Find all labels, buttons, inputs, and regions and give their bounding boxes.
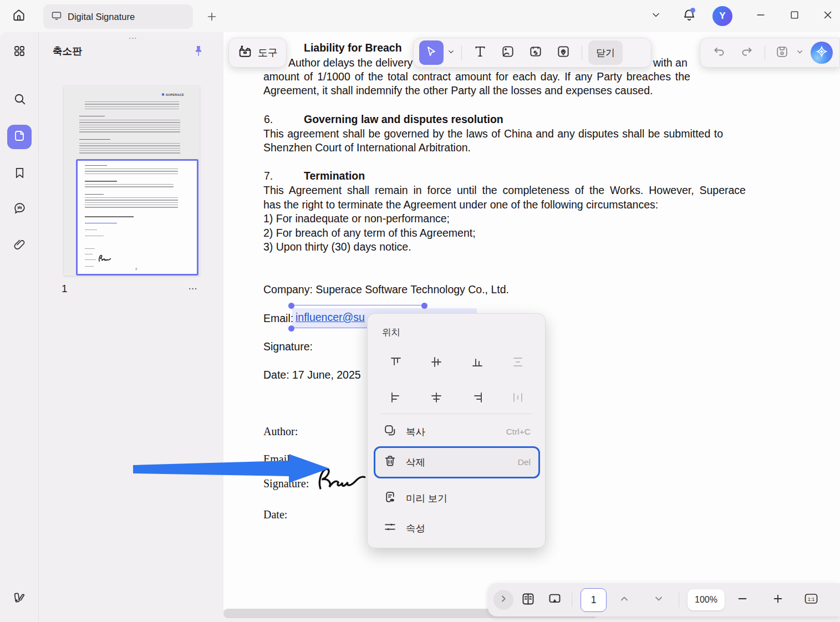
sidebar-item-search[interactable] xyxy=(7,88,32,112)
document-tab[interactable]: Digital Signature xyxy=(43,4,193,29)
thumbnail-paragraph xyxy=(85,169,178,176)
thumbnail-paragraph xyxy=(85,197,178,210)
svg-text:1:1: 1:1 xyxy=(808,596,815,602)
save-button[interactable] xyxy=(771,40,792,65)
link-tool-button[interactable] xyxy=(523,40,548,65)
doc-sec7-item1: 1) For inadequate or non-performance; xyxy=(263,212,450,226)
toolbar-divider xyxy=(582,45,582,60)
image-tool-button[interactable] xyxy=(496,40,520,65)
left-sidebar xyxy=(0,32,39,622)
doc-signature-label: Signature: xyxy=(263,340,313,354)
save-dropdown[interactable] xyxy=(796,48,804,58)
pin-panel-button[interactable] xyxy=(187,41,210,63)
align-left-button[interactable] xyxy=(375,384,416,414)
page-thumbnail[interactable]: ✱ SUPERACE xyxy=(64,86,200,276)
tools-button-label: 도구 xyxy=(258,46,278,59)
monitor-icon xyxy=(51,10,62,23)
notifications-button[interactable] xyxy=(678,4,701,28)
thumbnail-date-line xyxy=(85,236,104,237)
thumbnail-email-link xyxy=(85,223,117,225)
zoom-out-button[interactable] xyxy=(730,588,755,612)
comment-icon xyxy=(13,201,27,217)
stamp-tool-button[interactable] xyxy=(551,40,576,65)
align-right-button[interactable] xyxy=(457,384,498,414)
sidebar-item-appearance[interactable] xyxy=(7,587,32,611)
presentation-mode-button[interactable] xyxy=(542,588,567,612)
minimize-icon xyxy=(755,9,767,23)
presenter-icon xyxy=(547,592,562,609)
sidebar-item-attachments[interactable] xyxy=(7,233,32,258)
new-tab-button[interactable] xyxy=(202,7,222,27)
doc-company-line: Company: Superace Software Technology Co… xyxy=(263,283,509,297)
select-tool-button[interactable] xyxy=(419,40,444,65)
previous-page-button[interactable] xyxy=(612,588,637,612)
selection-handle-top-right[interactable] xyxy=(421,303,427,309)
avatar[interactable]: Y xyxy=(712,6,732,26)
selection-top-edge xyxy=(293,305,423,305)
menu-item-delete[interactable]: 삭제 Del xyxy=(375,448,538,476)
image-tool-icon xyxy=(501,44,515,61)
reading-mode-button[interactable] xyxy=(516,588,540,612)
sidebar-item-thumbnails[interactable] xyxy=(7,125,32,149)
ai-assistant-button[interactable] xyxy=(811,42,833,64)
thumbnail-page-number: 1 xyxy=(62,283,68,295)
align-top-button[interactable] xyxy=(375,348,416,378)
menu-item-copy[interactable]: 복사 Ctrl+C xyxy=(375,418,538,446)
thumbnail-company-line xyxy=(85,216,134,218)
align-horizontal-center-button[interactable] xyxy=(416,384,457,414)
thumbnail-viewport-box[interactable]: 2 xyxy=(76,159,198,276)
maximize-button[interactable] xyxy=(783,4,806,28)
tools-button[interactable]: 도구 xyxy=(228,38,287,68)
pin-icon xyxy=(192,44,205,60)
panel-drag-handle[interactable]: ⋯ xyxy=(116,33,150,43)
thumbnail-signature2-line xyxy=(85,259,96,261)
sidebar-item-panels[interactable] xyxy=(7,40,32,64)
selection-handle-bottom-left[interactable] xyxy=(288,325,294,332)
align-vertical-center-icon xyxy=(430,355,443,371)
sidebar-item-comments[interactable] xyxy=(7,197,32,221)
next-page-button[interactable] xyxy=(646,588,671,612)
minimize-button[interactable] xyxy=(749,4,772,28)
select-tool-dropdown[interactable] xyxy=(447,48,455,58)
actual-size-button[interactable]: 1:1 xyxy=(799,588,823,612)
thumbnail-paragraph xyxy=(85,184,174,189)
thumbnail-more-button[interactable]: ⋯ xyxy=(182,281,204,296)
stamp-location-icon xyxy=(556,44,571,61)
menu-divider xyxy=(381,414,533,414)
distribute-horizontal-button[interactable] xyxy=(498,384,539,414)
chevron-right-icon xyxy=(499,594,508,605)
selection-handle-top-left[interactable] xyxy=(288,303,294,309)
align-vertical-center-button[interactable] xyxy=(416,348,457,378)
align-left-icon xyxy=(389,391,403,406)
page-number-input[interactable]: 1 xyxy=(581,588,607,612)
home-button[interactable] xyxy=(7,4,31,28)
email-link-text[interactable]: influencer@su xyxy=(296,310,365,324)
menu-item-properties[interactable]: 속성 xyxy=(375,514,538,542)
zoom-level-input[interactable]: 100% xyxy=(688,589,725,610)
sidebar-item-bookmarks[interactable] xyxy=(7,161,32,186)
bell-icon xyxy=(682,8,696,24)
toolbar-divider xyxy=(765,45,765,60)
link-tool-icon xyxy=(528,44,543,61)
redo-button[interactable] xyxy=(735,40,759,65)
maximize-icon xyxy=(789,9,800,23)
close-icon xyxy=(822,9,834,23)
toolbox-icon xyxy=(237,44,253,62)
undo-button[interactable] xyxy=(707,40,731,65)
asterisk-logo-icon: ✱ xyxy=(161,93,165,97)
distribute-vertical-icon xyxy=(511,355,525,371)
close-edit-mode-button[interactable]: 닫기 xyxy=(588,40,623,65)
alignment-grid xyxy=(375,348,538,414)
menu-item-preview[interactable]: 미리 보기 xyxy=(375,485,538,512)
thumbnail-heading xyxy=(79,116,105,118)
align-bottom-button[interactable] xyxy=(457,348,498,378)
align-horizontal-center-icon xyxy=(430,391,443,406)
ai-sparkle-icon xyxy=(815,45,828,60)
zoom-in-button[interactable] xyxy=(766,588,790,612)
text-tool-button[interactable] xyxy=(468,40,492,65)
distribute-vertical-button[interactable] xyxy=(498,348,539,378)
collapse-toolbar-button[interactable] xyxy=(644,4,668,28)
close-window-button[interactable] xyxy=(816,4,839,28)
sliders-icon xyxy=(383,520,397,537)
collapse-view-toolbar-button[interactable] xyxy=(493,590,513,610)
